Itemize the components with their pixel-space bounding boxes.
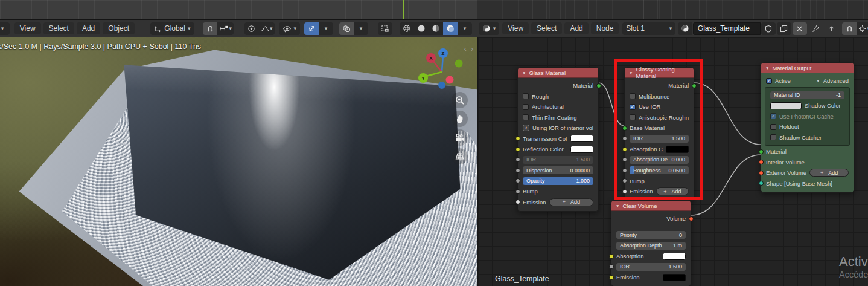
pin-button[interactable]	[808, 22, 823, 35]
wireframe-sphere-icon	[403, 24, 411, 33]
node-row-sld: IOR1.500	[611, 262, 691, 271]
socket-l[interactable]	[515, 168, 520, 173]
add-button[interactable]: +Add	[809, 169, 849, 177]
checkbox-checked[interactable]: ✓	[770, 113, 776, 119]
editor-type-dropdown[interactable]: ▾	[0, 22, 10, 35]
unlink-material-button[interactable]	[793, 22, 807, 35]
fake-user-button[interactable]	[761, 22, 776, 35]
menu-view[interactable]: View	[502, 22, 529, 34]
pan-button[interactable]	[452, 111, 468, 127]
slider-material-id[interactable]: Material ID-1	[770, 91, 844, 99]
collapse-triangle-icon[interactable]: ▼	[522, 71, 526, 75]
zoom-button[interactable]	[452, 92, 468, 108]
transform-orientation-dropdown[interactable]: Global ▾	[150, 22, 194, 35]
dropdown-triangle-icon[interactable]: ▼	[816, 79, 820, 83]
socket-l[interactable]	[515, 178, 520, 183]
socket-l[interactable]	[609, 275, 614, 280]
shading-dropdown[interactable]: ▾	[458, 22, 472, 35]
menu-select[interactable]: Select	[531, 22, 562, 34]
viewport-canvas[interactable]: s/Sec 1.0 M | Rays/Sample 3.0 | Path CPU…	[0, 37, 477, 286]
timeline-strip[interactable]	[0, 0, 868, 20]
socket-l[interactable]	[515, 200, 520, 204]
node-header-glass-material[interactable]: ▼Glass Material	[518, 68, 598, 78]
camera-view-button[interactable]	[452, 129, 468, 146]
snap-target-dropdown[interactable]: ▾	[217, 22, 234, 35]
proportional-falloff-dropdown[interactable]: ▾	[259, 22, 275, 35]
material-browse-button[interactable]	[678, 22, 692, 35]
color-swatch[interactable]	[770, 102, 802, 109]
socket-l[interactable]	[759, 171, 764, 175]
slider-opacity[interactable]: Opacity1.000	[523, 177, 593, 185]
shading-rendered-button[interactable]	[443, 22, 458, 35]
checkbox-unchecked[interactable]	[523, 93, 529, 99]
material-slot-dropdown[interactable]: Slot 1 ▾	[622, 22, 675, 35]
slider-dispersion[interactable]: Dispersion0.00000	[523, 166, 593, 174]
color-swatch[interactable]	[663, 274, 686, 281]
render-pass-icon	[381, 25, 389, 33]
slider-value: 1.000	[576, 178, 590, 184]
proportional-editing-toggle[interactable]	[244, 22, 259, 35]
node-snap-toggle[interactable]	[842, 22, 857, 35]
new-material-button[interactable]	[777, 22, 791, 35]
socket-l[interactable]	[759, 160, 764, 164]
collapse-triangle-icon[interactable]: ▼	[616, 204, 619, 208]
slider-absorption-depth[interactable]: Absorption Depth1 m	[616, 242, 686, 250]
color-swatch[interactable]	[570, 135, 593, 142]
shading-wireframe-button[interactable]	[400, 22, 414, 35]
node-editor-canvas[interactable]: ▼Glass MaterialMaterialRoughArchitectura…	[477, 37, 868, 286]
socket-l[interactable]	[609, 264, 614, 269]
snap-toggle-button[interactable]	[203, 22, 217, 35]
color-swatch[interactable]	[570, 146, 593, 153]
socket-l[interactable]	[759, 181, 764, 186]
socket-l[interactable]	[515, 189, 520, 194]
checkbox-checked[interactable]: ✓	[766, 78, 772, 84]
overlays-dropdown[interactable]: ▾	[354, 22, 368, 35]
menu-node[interactable]: Node	[591, 22, 619, 34]
checkbox-unchecked[interactable]	[523, 104, 529, 110]
socket-l[interactable]	[515, 136, 520, 141]
viewport-menus: ViewSelectAddObject	[13, 22, 136, 34]
overlays-toggle[interactable]	[339, 22, 354, 35]
menu-add[interactable]: Add	[77, 22, 100, 34]
toggle-perspective-button[interactable]	[452, 148, 468, 164]
timeline-playhead[interactable]	[403, 0, 404, 19]
gizmos-toggle[interactable]	[304, 22, 319, 35]
menu-add[interactable]: Add	[564, 22, 588, 34]
node-clear-volume[interactable]: ▼Clear VolumeVolumePriority0Absorption D…	[611, 200, 691, 286]
add-button[interactable]: +Add	[549, 198, 593, 206]
node-material-output[interactable]: ▼Material Output✓Active▼AdvancedMaterial…	[761, 62, 854, 193]
gizmos-dropdown[interactable]: ▾	[319, 22, 333, 35]
collapse-triangle-icon[interactable]: ▼	[765, 66, 769, 70]
node-glass-material[interactable]: ▼Glass MaterialMaterialRoughArchitectura…	[517, 67, 599, 212]
socket-l[interactable]	[609, 254, 614, 259]
menu-view[interactable]: View	[14, 22, 41, 34]
socket-l[interactable]	[759, 149, 764, 154]
socket-l[interactable]	[515, 147, 520, 152]
slider-priority[interactable]: Priority0	[616, 231, 686, 239]
slider-ior[interactable]: IOR1.500	[616, 263, 686, 271]
socket-l[interactable]	[515, 157, 520, 162]
go-to-parent-button[interactable]	[824, 22, 838, 35]
slider-value: 0.00000	[570, 167, 590, 174]
checkbox-unchecked[interactable]	[770, 134, 776, 140]
object-visibility-dropdown[interactable]: ▾	[279, 22, 301, 35]
editor-type-dropdown[interactable]: ▾	[479, 22, 500, 35]
socket-r[interactable]	[596, 83, 601, 88]
color-swatch[interactable]	[663, 253, 686, 260]
checkbox-unchecked[interactable]	[523, 114, 529, 120]
render-pass-button[interactable]	[378, 22, 392, 35]
material-name-field[interactable]: Glass_Template	[693, 22, 761, 35]
checkbox-unchecked[interactable]	[770, 124, 776, 130]
node-snap-target-dropdown[interactable]: ▾	[857, 22, 868, 35]
shading-material-button[interactable]	[429, 22, 443, 35]
menu-select[interactable]: Select	[43, 22, 74, 34]
node-header-material-output[interactable]: ▼Material Output	[761, 63, 854, 73]
shading-solid-button[interactable]	[414, 22, 429, 35]
slider-ior[interactable]: IOR1.500	[523, 156, 593, 164]
navigation-gizmo[interactable]: Z X Y	[418, 45, 466, 94]
chevron-down-icon: ▾	[360, 26, 363, 31]
node-header-clear-volume[interactable]: ▼Clear Volume	[611, 201, 691, 211]
menu-object[interactable]: Object	[103, 22, 135, 34]
socket-r[interactable]	[689, 216, 694, 221]
node-title: Glass Material	[529, 70, 566, 76]
